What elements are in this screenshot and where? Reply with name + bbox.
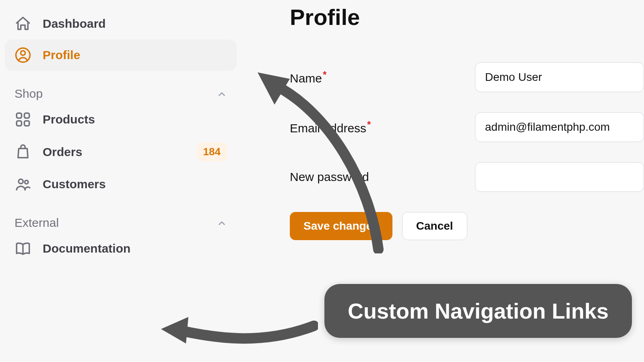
- users-icon: [14, 176, 31, 193]
- form-actions: Save changes Cancel: [290, 212, 644, 240]
- svg-point-6: [19, 179, 23, 183]
- sidebar: Dashboard Profile Shop Products Ord: [0, 0, 242, 362]
- svg-point-7: [25, 180, 28, 184]
- home-icon: [14, 15, 31, 32]
- shopping-bag-icon: [14, 144, 31, 160]
- cancel-button[interactable]: Cancel: [402, 212, 467, 240]
- svg-rect-3: [25, 113, 29, 118]
- sidebar-group-shop[interactable]: Shop: [5, 71, 237, 104]
- sidebar-item-label: Customers: [43, 177, 106, 191]
- password-input[interactable]: [475, 162, 644, 192]
- sidebar-item-dashboard[interactable]: Dashboard: [5, 8, 237, 39]
- name-label: Name*: [290, 69, 475, 85]
- book-icon: [14, 240, 31, 257]
- chevron-up-icon: [217, 218, 227, 228]
- annotation-callout: Custom Navigation Links: [324, 284, 632, 338]
- form-row-password: New password: [290, 162, 644, 192]
- sidebar-item-label: Profile: [43, 48, 80, 62]
- sidebar-item-label: Documentation: [43, 242, 130, 255]
- email-label: Email address*: [290, 119, 475, 135]
- sidebar-item-label: Dashboard: [43, 17, 106, 31]
- chevron-up-icon: [217, 88, 227, 99]
- svg-point-1: [21, 51, 25, 55]
- svg-rect-4: [17, 121, 21, 126]
- sidebar-item-orders[interactable]: Orders 184: [5, 135, 237, 169]
- orders-badge: 184: [197, 142, 227, 161]
- svg-rect-2: [17, 113, 21, 118]
- sidebar-group-label: External: [14, 216, 59, 230]
- password-label: New password: [290, 170, 475, 184]
- save-button[interactable]: Save changes: [290, 212, 392, 240]
- form-row-name: Name*: [290, 62, 644, 92]
- name-input[interactable]: [475, 62, 644, 92]
- sidebar-item-label: Products: [43, 113, 95, 126]
- svg-rect-5: [25, 121, 29, 126]
- grid-icon: [14, 111, 31, 128]
- main-content: Profile Name* Email address* New passwor…: [290, 4, 644, 240]
- sidebar-item-label: Orders: [43, 145, 82, 159]
- page-title: Profile: [290, 4, 644, 30]
- email-input[interactable]: [475, 112, 644, 142]
- user-circle-icon: [14, 47, 31, 64]
- sidebar-item-customers[interactable]: Customers: [5, 169, 237, 200]
- sidebar-group-label: Shop: [14, 87, 43, 101]
- sidebar-group-external[interactable]: External: [5, 200, 237, 233]
- sidebar-item-profile[interactable]: Profile: [5, 39, 237, 71]
- annotation-callout-text: Custom Navigation Links: [348, 298, 609, 323]
- sidebar-item-products[interactable]: Products: [5, 104, 237, 135]
- sidebar-item-documentation[interactable]: Documentation: [5, 233, 237, 264]
- svg-marker-8: [258, 72, 290, 105]
- form-row-email: Email address*: [290, 112, 644, 142]
